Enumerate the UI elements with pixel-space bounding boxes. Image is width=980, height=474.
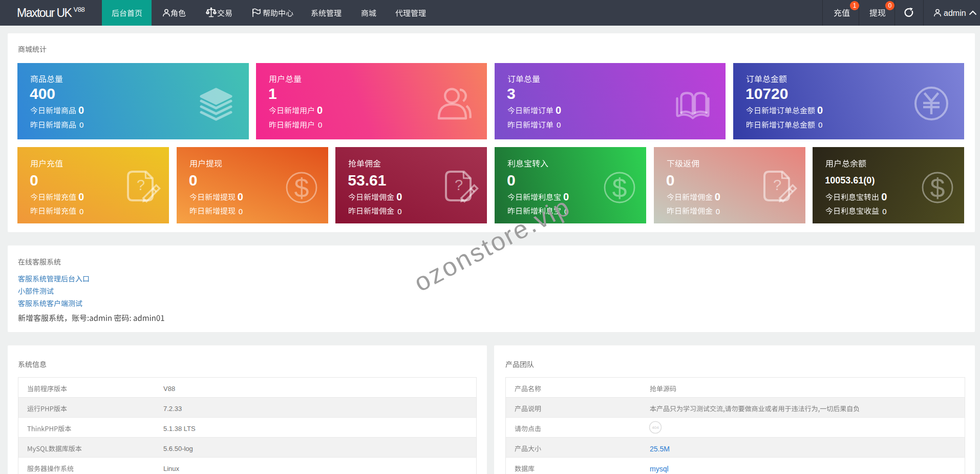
svg-text:$: $ [612, 173, 627, 203]
svg-text:?: ? [137, 176, 145, 193]
svg-text:$: $ [930, 173, 945, 203]
svg-text:$: $ [294, 173, 309, 203]
svg-text:?: ? [773, 176, 781, 193]
svg-text:404: 404 [652, 425, 659, 430]
svg-text:?: ? [455, 176, 463, 193]
